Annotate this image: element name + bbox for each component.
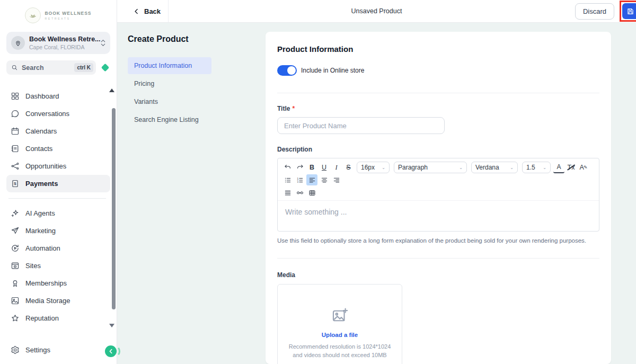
- ai-diamond-icon[interactable]: [101, 64, 110, 72]
- svg-text:3: 3: [297, 181, 298, 183]
- sidebar-item-label: Reputation: [25, 314, 59, 322]
- sidebar-item-label: Media Storage: [25, 297, 70, 305]
- tab-pricing[interactable]: Pricing: [128, 75, 211, 92]
- bold-button[interactable]: B: [306, 162, 317, 173]
- sidebar-item-settings[interactable]: Settings: [6, 341, 110, 359]
- font-color-button[interactable]: A: [553, 162, 564, 173]
- description-editor-input[interactable]: Write something ...: [278, 200, 599, 231]
- sidebar-item-dashboard[interactable]: Dashboard: [6, 87, 110, 105]
- font-size-select[interactable]: 16px⌄: [357, 162, 390, 173]
- include-online-store-toggle[interactable]: [277, 65, 297, 76]
- italic-button[interactable]: I: [331, 162, 342, 173]
- save-button[interactable]: [622, 3, 636, 19]
- search-placeholder: Search: [22, 64, 70, 72]
- sidebar-item-sites[interactable]: Sites: [6, 257, 110, 274]
- sparkle-plus-icon: [11, 209, 20, 218]
- align-left-button[interactable]: [306, 174, 317, 185]
- align-right-button[interactable]: [331, 174, 342, 185]
- location-pin-icon: [11, 36, 25, 50]
- editor-toolbar: B U I S 16px⌄ Paragraph⌄ Verdana⌄ 1.5⌄ A…: [278, 158, 599, 200]
- dollar-receipt-icon: $: [11, 179, 20, 188]
- bullet-list-button[interactable]: [282, 174, 293, 185]
- sidebar-item-calendars[interactable]: Calendars: [6, 122, 110, 140]
- highlight-color-button[interactable]: A✎: [578, 162, 589, 173]
- save-button-highlight: [620, 1, 636, 22]
- search-shortcut-badge: ctrl K: [74, 63, 93, 72]
- upload-file-link[interactable]: Upload a file: [322, 332, 358, 338]
- account-name: Book Wellness Retre...: [29, 35, 96, 43]
- primary-nav: Dashboard Conversations Calendars Contac…: [0, 87, 117, 192]
- sidebar-item-media-storage[interactable]: Media Storage: [6, 292, 110, 309]
- chat-bubble-icon: [11, 109, 20, 118]
- product-name-input[interactable]: [277, 117, 445, 134]
- undo-button[interactable]: [282, 162, 293, 173]
- justify-icon: [284, 189, 292, 197]
- award-ribbon-icon: [11, 279, 20, 288]
- back-button[interactable]: Back: [133, 7, 161, 15]
- clear-formatting-button[interactable]: Tx: [566, 162, 577, 173]
- sidebar-item-opportunities[interactable]: Opportunities: [6, 157, 110, 175]
- sidebar-collapse-button[interactable]: [105, 345, 117, 357]
- redo-button[interactable]: [294, 162, 305, 173]
- sidebar-item-label: Contacts: [25, 145, 52, 153]
- chevron-down-icon: ⌄: [382, 165, 385, 170]
- description-field-label: Description: [277, 146, 312, 153]
- tab-product-information[interactable]: Product Information: [128, 57, 211, 74]
- account-switcher[interactable]: Book Wellness Retre... Cape Coral, FLORI…: [6, 32, 110, 54]
- brand-subtitle: RETREATS: [45, 17, 91, 20]
- app-window: BOOK WELLNESS RETREATS Book Wellness Ret…: [0, 0, 636, 364]
- panel-title: Product Information: [277, 45, 599, 54]
- secondary-nav: AI Agents Marketing Automation Sites Mem…: [0, 205, 117, 327]
- font-family-select[interactable]: Verdana⌄: [471, 162, 518, 173]
- search-input[interactable]: Search ctrl K: [6, 60, 96, 75]
- sidebar-item-reputation[interactable]: Reputation: [6, 309, 110, 327]
- sidebar-item-memberships[interactable]: Memberships: [6, 274, 110, 292]
- sidebar-item-label: Marketing: [25, 227, 56, 235]
- dashboard-grid-icon: [11, 92, 20, 101]
- search-icon: [11, 64, 18, 71]
- line-height-select[interactable]: 1.5⌄: [522, 162, 551, 173]
- sidebar-scroll-up-arrow[interactable]: [109, 88, 114, 92]
- sidebar-item-label: AI Agents: [25, 209, 55, 217]
- sidebar-item-label: Conversations: [25, 110, 69, 118]
- rich-text-editor: B U I S 16px⌄ Paragraph⌄ Verdana⌄ 1.5⌄ A…: [277, 158, 599, 232]
- sidebar-scrollbar[interactable]: [112, 108, 116, 309]
- insert-link-button[interactable]: [294, 187, 305, 198]
- tab-variants[interactable]: Variants: [128, 93, 211, 110]
- strikethrough-button[interactable]: S: [343, 162, 354, 173]
- image-plus-icon: [330, 307, 349, 325]
- undo-icon: [284, 164, 292, 171]
- justify-button[interactable]: [282, 187, 293, 198]
- product-information-panel: Product Information Include in Online st…: [266, 32, 611, 364]
- align-left-icon: [308, 176, 316, 184]
- sidebar-item-marketing[interactable]: Marketing: [6, 222, 110, 239]
- title-field-label: Title: [277, 105, 290, 112]
- sidebar-item-contacts[interactable]: Contacts: [6, 140, 110, 157]
- chevron-down-icon: ⌄: [459, 165, 463, 170]
- account-location: Cape Coral, FLORIDA: [29, 44, 96, 50]
- align-center-button[interactable]: [319, 174, 330, 185]
- numbered-list-button[interactable]: 123: [294, 174, 305, 185]
- sidebar-scroll-down-arrow[interactable]: [109, 324, 114, 327]
- discard-button[interactable]: Discard: [575, 3, 614, 20]
- sidebar-item-label: Dashboard: [25, 92, 59, 100]
- underline-button[interactable]: U: [319, 162, 330, 173]
- media-upload-dropzone[interactable]: Upload a file Recommended resolution is …: [277, 284, 402, 364]
- sidebar-item-automation[interactable]: Automation: [6, 239, 110, 257]
- tab-search-engine-listing[interactable]: Search Engine Listing: [128, 111, 211, 128]
- lotus-logo-icon: [25, 7, 41, 23]
- sidebar-item-ai-agents[interactable]: AI Agents: [6, 205, 110, 222]
- sidebar-item-payments[interactable]: $ Payments: [6, 175, 110, 192]
- toggle-label: Include in Online store: [301, 67, 364, 74]
- page-title: Create Product: [128, 34, 266, 44]
- required-asterisk: *: [292, 105, 295, 112]
- align-right-icon: [333, 176, 340, 184]
- brand-title: BOOK WELLNESS: [45, 11, 91, 16]
- browser-window-icon: [11, 261, 20, 270]
- sidebar-item-conversations[interactable]: Conversations: [6, 105, 110, 122]
- block-format-select[interactable]: Paragraph⌄: [394, 162, 467, 173]
- brand-logo: BOOK WELLNESS RETREATS: [0, 0, 117, 31]
- topbar: Back Unsaved Product Discard: [117, 0, 636, 23]
- insert-table-button[interactable]: [306, 187, 317, 198]
- chevron-down-icon: ⌄: [543, 165, 546, 170]
